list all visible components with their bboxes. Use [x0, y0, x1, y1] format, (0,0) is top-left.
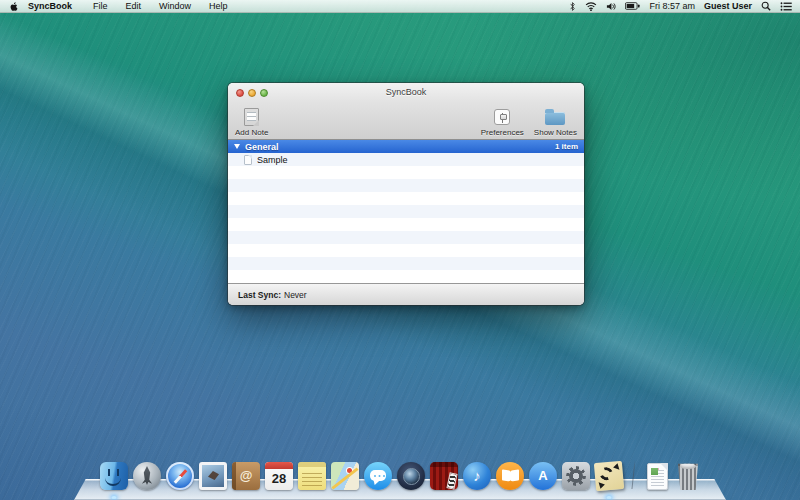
empty-row[interactable] — [228, 270, 584, 283]
empty-row[interactable] — [228, 166, 584, 179]
empty-row[interactable] — [228, 179, 584, 192]
bluetooth-icon[interactable] — [569, 1, 576, 12]
desktop: SyncBook FileEditWindowHelp Fri 8:57 am … — [0, 0, 800, 500]
dock-icon-safari[interactable] — [166, 462, 194, 490]
add-note-label: Add Note — [235, 128, 268, 137]
dock-icon-document[interactable] — [644, 463, 671, 490]
group-label: General — [245, 142, 279, 152]
dock-icon-maps[interactable] — [331, 462, 359, 490]
document-icon — [244, 155, 252, 165]
window-header[interactable]: SyncBook Add Note Preferences Show Notes — [228, 83, 584, 140]
note-row-sample[interactable]: Sample — [228, 153, 584, 166]
dock-icon-notes[interactable] — [298, 462, 326, 490]
dock-icons: @28♪A — [74, 460, 726, 490]
disclosure-triangle-icon[interactable] — [234, 144, 240, 149]
search-icon[interactable] — [761, 1, 771, 11]
empty-row[interactable] — [228, 231, 584, 244]
wifi-icon[interactable] — [585, 2, 597, 11]
empty-row[interactable] — [228, 244, 584, 257]
dock-icon-messages[interactable] — [364, 462, 392, 490]
dock-icon-ibooks[interactable] — [496, 462, 524, 490]
apple-menu[interactable] — [0, 0, 28, 12]
running-indicator — [607, 496, 612, 499]
show-notes-button[interactable]: Show Notes — [534, 108, 577, 137]
dock-icon-trash[interactable] — [676, 462, 700, 490]
toolbar: Add Note Preferences Show Notes — [228, 102, 584, 139]
dock-icon-sysprefs[interactable] — [562, 462, 590, 490]
menu-file[interactable]: File — [84, 1, 117, 11]
notification-center-icon[interactable] — [780, 2, 792, 11]
dock-icon-iphoto[interactable] — [397, 462, 425, 490]
menu-clock[interactable]: Fri 8:57 am — [649, 1, 695, 11]
show-notes-label: Show Notes — [534, 128, 577, 137]
preferences-icon — [494, 109, 510, 125]
preferences-button[interactable]: Preferences — [481, 108, 524, 137]
last-sync-value: Never — [284, 290, 307, 300]
dock-icon-syncbook[interactable] — [595, 462, 623, 490]
note-list: Sample — [228, 153, 584, 283]
menu-edit[interactable]: Edit — [117, 1, 151, 11]
empty-row[interactable] — [228, 257, 584, 270]
dock-icon-calendar[interactable]: 28 — [265, 462, 293, 490]
syncbook-window: SyncBook Add Note Preferences Show Notes — [228, 83, 584, 305]
group-header-general[interactable]: General 1 item — [228, 140, 584, 153]
note-title: Sample — [257, 155, 288, 165]
empty-row[interactable] — [228, 192, 584, 205]
dock-icon-itunes[interactable]: ♪ — [463, 462, 491, 490]
status-bar: Last Sync: Never — [228, 283, 584, 305]
window-title: SyncBook — [228, 87, 584, 97]
apple-icon — [9, 1, 19, 12]
dock-icon-photobooth[interactable] — [430, 462, 458, 490]
empty-row[interactable] — [228, 205, 584, 218]
dock: @28♪A — [74, 454, 726, 500]
dock-icon-finder[interactable] — [100, 462, 128, 490]
menu-help[interactable]: Help — [200, 1, 237, 11]
dock-icon-contacts[interactable]: @ — [232, 462, 260, 490]
note-icon — [244, 108, 259, 126]
empty-row[interactable] — [228, 218, 584, 231]
add-note-button[interactable]: Add Note — [235, 108, 268, 137]
menu-window[interactable]: Window — [150, 1, 200, 11]
menu-bar: SyncBook FileEditWindowHelp Fri 8:57 am … — [0, 0, 800, 13]
menu-user[interactable]: Guest User — [704, 1, 752, 11]
menu-items: FileEditWindowHelp — [84, 0, 237, 12]
volume-icon[interactable] — [606, 2, 616, 11]
dock-divider — [631, 460, 635, 489]
battery-icon[interactable] — [625, 2, 640, 10]
active-app-name[interactable]: SyncBook — [28, 1, 84, 11]
dock-icon-launchpad[interactable] — [133, 462, 161, 490]
dock-icon-mail[interactable] — [199, 462, 227, 490]
running-indicator — [112, 496, 117, 499]
preferences-label: Preferences — [481, 128, 524, 137]
last-sync-label: Last Sync: — [238, 290, 281, 300]
group-item-count: 1 item — [555, 142, 578, 151]
folder-icon — [545, 112, 565, 125]
dock-icon-appstore[interactable]: A — [529, 462, 557, 490]
